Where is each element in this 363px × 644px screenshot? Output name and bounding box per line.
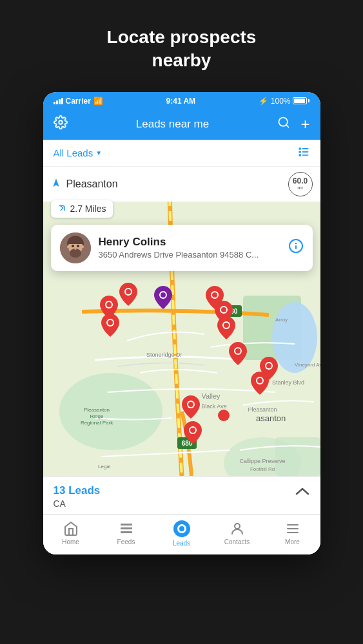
svg-rect-55 — [121, 524, 132, 526]
collapse-button[interactable] — [295, 484, 310, 499]
list-view-button[interactable] — [297, 145, 310, 161]
svg-point-39 — [67, 245, 70, 248]
add-button[interactable]: + — [300, 115, 309, 133]
status-bar: Carrier 📶 9:41 AM ⚡ 100% — [43, 92, 320, 110]
filter-label-text: All Leads — [54, 147, 93, 158]
tab-contacts-label: Contacts — [224, 538, 250, 545]
carrier-label: Carrier — [66, 97, 91, 106]
svg-point-38 — [74, 249, 76, 250]
lead-card-popup[interactable]: Henry Colins 3650 Andrews Drive Pleasant… — [51, 225, 313, 271]
svg-rect-3 — [302, 148, 308, 149]
svg-text:Callippe Preserve: Callippe Preserve — [239, 458, 285, 464]
svg-rect-57 — [121, 531, 132, 533]
nav-bar: Leads near me + — [43, 110, 320, 140]
settings-button[interactable] — [54, 115, 68, 133]
svg-text:asanton: asanton — [256, 413, 286, 423]
chevron-down-icon: ▼ — [95, 149, 102, 156]
location-bar: Pleasanton 60.0 mi — [43, 167, 320, 202]
svg-point-9 — [59, 373, 162, 450]
leads-icon — [173, 520, 191, 538]
svg-point-0 — [59, 121, 63, 125]
svg-text:Foothill Rd: Foothill Rd — [250, 466, 274, 472]
svg-point-61 — [235, 524, 240, 529]
svg-text:Black Ave: Black Ave — [201, 403, 226, 410]
svg-point-40 — [81, 245, 84, 248]
svg-text:580: 580 — [226, 308, 237, 315]
svg-point-35 — [70, 249, 81, 258]
svg-rect-6 — [299, 154, 300, 156]
tab-more[interactable]: More — [273, 521, 312, 545]
svg-rect-2 — [299, 147, 300, 149]
tab-leads-label: Leads — [173, 540, 190, 547]
phone-frame: Carrier 📶 9:41 AM ⚡ 100% Leads near me — [43, 92, 320, 554]
svg-text:Stoneridge Dr: Stoneridge Dr — [146, 352, 182, 358]
feeds-icon — [119, 521, 134, 536]
info-button[interactable] — [288, 238, 304, 258]
location-name: Pleasanton — [66, 178, 118, 190]
leads-count: 13 Leads — [54, 484, 101, 497]
svg-text:680: 680 — [181, 440, 192, 447]
location-arrow-icon — [51, 178, 61, 191]
lead-address: 3650 Andrews Drive Pleasanton 94588 C... — [99, 250, 280, 260]
tab-home-label: Home — [62, 538, 79, 545]
svg-rect-5 — [302, 151, 308, 153]
contacts-icon — [230, 521, 245, 536]
tab-home[interactable]: Home — [52, 521, 90, 545]
lead-name: Henry Colins — [99, 236, 280, 249]
svg-text:Arroy: Arroy — [275, 317, 288, 323]
home-icon — [63, 521, 79, 536]
map-container[interactable]: 580 680 Valley Black Ave Stoneridge Dr S… — [43, 167, 320, 476]
svg-rect-63 — [287, 528, 299, 529]
svg-rect-7 — [302, 155, 308, 156]
page-title-text: Locate prospectsnearby — [81, 0, 282, 92]
turn-arrow-icon — [57, 204, 66, 214]
tab-contacts[interactable]: Contacts — [218, 521, 257, 545]
time-label: 9:41 AM — [166, 97, 196, 106]
bluetooth-icon: ⚡ — [259, 97, 268, 106]
distance-text: 2.7 Miles — [70, 204, 106, 214]
svg-text:Pleasanton: Pleasanton — [83, 407, 109, 413]
svg-point-36 — [72, 245, 74, 247]
tab-feeds[interactable]: Feeds — [107, 521, 146, 545]
all-leads-filter[interactable]: All Leads ▼ — [54, 147, 103, 158]
battery-pct-label: 100% — [271, 97, 291, 106]
svg-text:Ridge: Ridge — [90, 413, 103, 419]
wifi-icon: 📶 — [93, 97, 103, 106]
svg-rect-62 — [287, 524, 299, 526]
svg-text:Stanley Blvd: Stanley Blvd — [272, 379, 304, 386]
more-icon — [285, 521, 300, 536]
nav-title: Leads near me — [136, 118, 209, 131]
leads-region: CA — [54, 498, 101, 509]
search-button[interactable] — [277, 116, 290, 132]
tab-more-label: More — [285, 538, 300, 545]
distance-pill: 2.7 Miles — [51, 200, 113, 218]
radius-badge: 60.0 mi — [288, 172, 313, 196]
card-info: Henry Colins 3650 Andrews Drive Pleasant… — [99, 236, 280, 260]
svg-text:Vineyard Ave: Vineyard Ave — [295, 362, 320, 368]
svg-text:Legal: Legal — [98, 464, 111, 469]
svg-point-60 — [179, 526, 184, 531]
tab-bar: Home Feeds Leads Contacts — [43, 514, 320, 554]
filter-bar: All Leads ▼ — [43, 140, 320, 167]
svg-rect-56 — [121, 527, 132, 529]
radius-value: 60.0 — [293, 177, 308, 185]
avatar — [60, 232, 91, 263]
tab-leads[interactable]: Leads — [162, 520, 201, 547]
svg-text:Valley: Valley — [201, 392, 221, 400]
svg-point-37 — [77, 245, 79, 247]
tab-feeds-label: Feeds — [117, 538, 135, 545]
svg-rect-4 — [299, 151, 300, 153]
bottom-panel: 13 Leads CA — [43, 476, 320, 514]
svg-rect-64 — [287, 532, 299, 533]
svg-text:Pleasanton: Pleasanton — [248, 406, 277, 413]
svg-text:Regional Park: Regional Park — [80, 420, 113, 426]
